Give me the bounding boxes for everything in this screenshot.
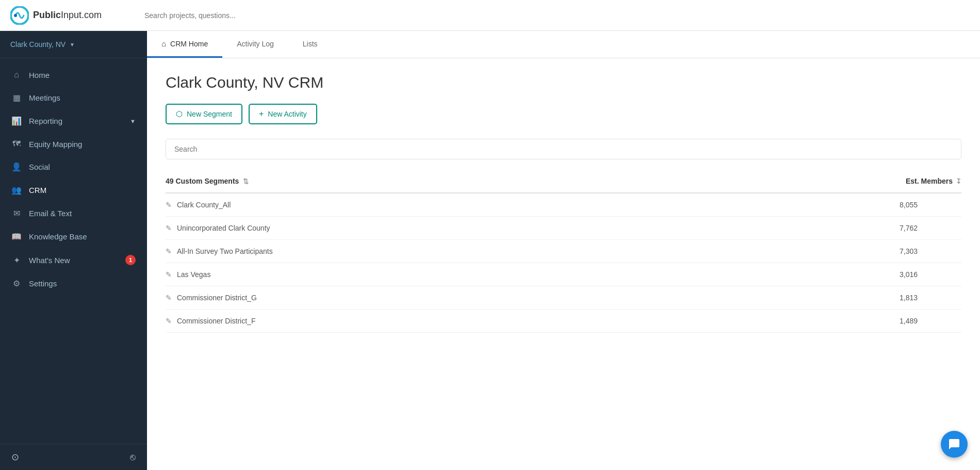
sidebar-item-meetings[interactable]: ▦ Meetings bbox=[0, 86, 147, 109]
logo-area: PublicInput.com bbox=[10, 6, 134, 25]
logo-icon bbox=[10, 6, 29, 25]
social-icon: 👤 bbox=[11, 162, 22, 172]
sidebar-item-email-text[interactable]: ✉ Email & Text bbox=[0, 202, 147, 225]
email-icon: ✉ bbox=[11, 208, 22, 218]
segments-search bbox=[166, 139, 961, 159]
edit-icon: ✎ bbox=[166, 201, 172, 209]
tab-label: Lists bbox=[303, 40, 318, 48]
tab-crm-home[interactable]: ⌂ CRM Home bbox=[147, 31, 222, 58]
sidebar-item-reporting[interactable]: 📊 Reporting ▼ bbox=[0, 109, 147, 133]
knowledge-base-icon: 📖 bbox=[11, 232, 22, 241]
edit-icon: ✎ bbox=[166, 317, 172, 325]
segments-table: 49 Custom Segments ⇅ Est. Members ↧ ✎ Cl… bbox=[166, 170, 961, 333]
edit-icon: ✎ bbox=[166, 294, 172, 302]
sidebar-item-crm[interactable]: 👥 CRM bbox=[0, 179, 147, 202]
segment-name-cell: ✎ Las Vegas bbox=[166, 270, 900, 279]
logout-icon[interactable]: ⎋ bbox=[130, 452, 136, 463]
sidebar-item-label: What's New bbox=[29, 256, 118, 265]
new-activity-label: New Activity bbox=[268, 110, 306, 118]
tab-bar: ⌂ CRM Home Activity Log Lists bbox=[147, 31, 980, 58]
new-activity-button[interactable]: + New Activity bbox=[249, 104, 317, 124]
tab-lists[interactable]: Lists bbox=[288, 31, 332, 58]
page-title: Clark County, NV CRM bbox=[166, 74, 961, 91]
whats-new-icon: ✦ bbox=[11, 255, 22, 265]
members-sort-icon[interactable]: ↧ bbox=[956, 177, 961, 185]
new-activity-plus-icon: + bbox=[259, 109, 264, 119]
table-row[interactable]: ✎ Clark County_All 8,055 bbox=[166, 193, 961, 217]
action-bar: ⬡ New Segment + New Activity bbox=[166, 104, 961, 124]
table-header: 49 Custom Segments ⇅ Est. Members ↧ bbox=[166, 170, 961, 193]
sidebar-item-home[interactable]: ⌂ Home bbox=[0, 63, 147, 86]
segment-name: All-In Survey Two Participants bbox=[177, 247, 273, 255]
help-icon[interactable]: ⊙ bbox=[11, 451, 19, 463]
sidebar-item-label: Equity Mapping bbox=[29, 140, 136, 149]
table-row[interactable]: ✎ Commissioner District_G 1,813 bbox=[166, 286, 961, 310]
page-content: Clark County, NV CRM ⬡ New Segment + New… bbox=[147, 58, 980, 470]
edit-icon: ✎ bbox=[166, 247, 172, 255]
svg-point-1 bbox=[14, 14, 17, 17]
chat-icon bbox=[948, 438, 960, 450]
search-input[interactable] bbox=[174, 145, 953, 153]
col-members-header: Est. Members ↧ bbox=[906, 177, 961, 185]
sidebar-item-equity-mapping[interactable]: 🗺 Equity Mapping bbox=[0, 133, 147, 155]
tab-label: Activity Log bbox=[237, 40, 274, 48]
global-search[interactable] bbox=[144, 11, 402, 20]
col-name-header: 49 Custom Segments ⇅ bbox=[166, 177, 906, 185]
sidebar-item-label: Reporting bbox=[29, 117, 123, 125]
equity-mapping-icon: 🗺 bbox=[11, 139, 22, 149]
segment-name: Unincorporated Clark County bbox=[177, 224, 270, 232]
table-row[interactable]: ✎ Las Vegas 3,016 bbox=[166, 263, 961, 286]
edit-icon: ✎ bbox=[166, 270, 172, 279]
logo-text: PublicInput.com bbox=[33, 10, 102, 21]
home-icon: ⌂ bbox=[11, 70, 22, 79]
tab-activity-log[interactable]: Activity Log bbox=[222, 31, 288, 58]
new-segment-button[interactable]: ⬡ New Segment bbox=[166, 104, 242, 124]
sidebar-item-label: CRM bbox=[29, 186, 136, 195]
settings-icon: ⚙ bbox=[11, 279, 22, 288]
org-selector[interactable]: Clark County, NV ▼ bbox=[0, 31, 147, 58]
new-segment-label: New Segment bbox=[187, 110, 232, 118]
sidebar-item-settings[interactable]: ⚙ Settings bbox=[0, 272, 147, 295]
meetings-icon: ▦ bbox=[11, 93, 22, 103]
segment-members-cell: 8,055 bbox=[900, 201, 961, 209]
segment-members-cell: 1,813 bbox=[900, 294, 961, 302]
reporting-icon: 📊 bbox=[11, 116, 22, 126]
segments-count-label: 49 Custom Segments bbox=[166, 177, 239, 185]
chat-button[interactable] bbox=[941, 431, 968, 458]
sidebar-nav: ⌂ Home ▦ Meetings 📊 Reporting ▼ 🗺 Equity… bbox=[0, 58, 147, 444]
segment-name-cell: ✎ Clark County_All bbox=[166, 201, 900, 209]
table-row[interactable]: ✎ Unincorporated Clark County 7,762 bbox=[166, 217, 961, 240]
segment-name: Las Vegas bbox=[177, 270, 210, 279]
whats-new-badge: 1 bbox=[125, 255, 136, 265]
sidebar-bottom: ⊙ ⎋ bbox=[0, 444, 147, 470]
segment-members-cell: 3,016 bbox=[900, 270, 961, 279]
sidebar-item-label: Email & Text bbox=[29, 209, 136, 218]
content-area: ⌂ CRM Home Activity Log Lists Clark Coun… bbox=[147, 31, 980, 470]
sidebar-item-knowledge-base[interactable]: 📖 Knowledge Base bbox=[0, 225, 147, 248]
top-header: PublicInput.com bbox=[0, 0, 980, 31]
segment-name-cell: ✎ All-In Survey Two Participants bbox=[166, 247, 900, 255]
segment-members-cell: 1,489 bbox=[900, 317, 961, 325]
global-search-input[interactable] bbox=[144, 11, 402, 20]
search-input-wrap bbox=[166, 139, 961, 159]
sidebar-item-whats-new[interactable]: ✦ What's New 1 bbox=[0, 248, 147, 272]
segment-name-cell: ✎ Commissioner District_G bbox=[166, 294, 900, 302]
tab-home-icon: ⌂ bbox=[161, 39, 166, 48]
sidebar-item-social[interactable]: 👤 Social bbox=[0, 155, 147, 179]
segments-list: ✎ Clark County_All 8,055 ✎ Unincorporate… bbox=[166, 193, 961, 333]
sidebar-item-label: Social bbox=[29, 163, 136, 171]
sidebar-item-label: Settings bbox=[29, 279, 136, 288]
name-sort-icon[interactable]: ⇅ bbox=[243, 177, 249, 185]
segment-members-cell: 7,303 bbox=[900, 247, 961, 255]
sidebar-item-label: Meetings bbox=[29, 93, 136, 102]
segment-members-cell: 7,762 bbox=[900, 224, 961, 232]
table-row[interactable]: ✎ All-In Survey Two Participants 7,303 bbox=[166, 240, 961, 263]
edit-icon: ✎ bbox=[166, 224, 172, 232]
org-name: Clark County, NV bbox=[10, 40, 66, 48]
crm-icon: 👥 bbox=[11, 185, 22, 195]
sidebar-item-label: Knowledge Base bbox=[29, 232, 136, 241]
tab-label: CRM Home bbox=[170, 40, 208, 48]
new-segment-icon: ⬡ bbox=[176, 109, 183, 119]
segment-name: Commissioner District_F bbox=[177, 317, 255, 325]
table-row[interactable]: ✎ Commissioner District_F 1,489 bbox=[166, 310, 961, 333]
